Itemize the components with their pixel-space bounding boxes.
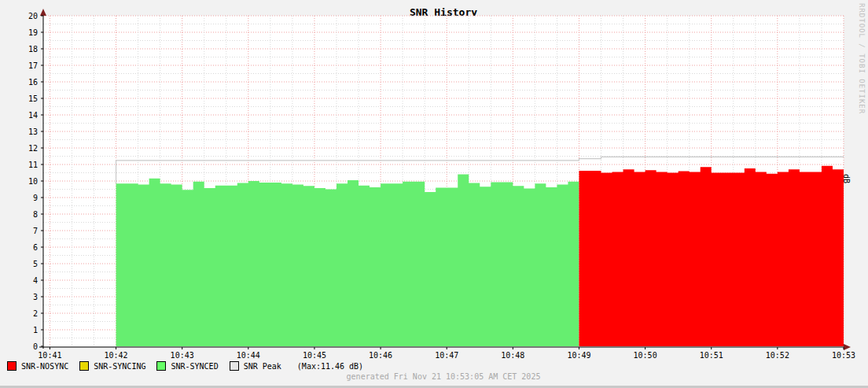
svg-text:10:51: 10:51 [700,351,723,360]
svg-text:10:43: 10:43 [171,351,194,360]
legend-label: SNR-NOSYNC [21,362,68,371]
legend-label: SNR-SYNCING [94,362,145,371]
y-axis-unit-label: dB [842,174,851,183]
svg-text:10:50: 10:50 [634,351,657,360]
svg-text:0: 0 [33,342,38,351]
svg-text:4: 4 [33,276,38,285]
svg-text:10:47: 10:47 [435,351,458,360]
svg-text:13: 13 [28,127,38,136]
svg-text:12: 12 [28,144,38,153]
svg-text:20: 20 [28,12,38,20]
legend-item-snr-syncing: SNR-SYNCING [79,361,145,371]
svg-text:8: 8 [33,210,38,219]
legend-item-snr-peak: SNR Peak [230,361,281,371]
legend-item-snr-synced: SNR-SYNCED [156,361,218,371]
svg-text:3: 3 [33,293,38,301]
svg-text:15: 15 [28,94,38,103]
legend-label: SNR-SYNCED [171,362,218,371]
svg-text:17: 17 [28,61,38,70]
svg-text:1: 1 [33,326,38,334]
svg-text:10:52: 10:52 [766,351,789,360]
svg-text:16: 16 [28,78,38,87]
svg-text:18: 18 [28,45,38,54]
svg-text:19: 19 [28,28,38,37]
generated-timestamp: generated Fri Nov 21 10:53:05 AM CET 202… [43,372,844,381]
legend-swatch-red-icon [7,361,17,371]
svg-text:9: 9 [33,194,38,202]
legend-item-snr-nosync: SNR-NOSYNC [7,361,68,371]
legend-max-note: (Max:11.46 dB) [297,362,363,371]
svg-text:10:53: 10:53 [832,351,855,360]
legend-swatch-yellow-icon [79,361,89,371]
legend-swatch-green-icon [156,361,166,371]
svg-text:5: 5 [33,260,38,268]
svg-text:10:46: 10:46 [369,351,392,360]
legend-swatch-gray-icon [230,361,239,371]
legend-label: SNR Peak [244,362,281,371]
svg-text:10:41: 10:41 [38,351,61,360]
svg-text:10:45: 10:45 [303,351,326,360]
svg-text:10:48: 10:48 [501,351,524,360]
svg-text:11: 11 [28,161,38,169]
svg-text:2: 2 [33,309,38,318]
svg-text:14: 14 [28,111,38,120]
svg-text:10:44: 10:44 [237,351,260,360]
rrdtool-watermark: RRDTOOL / TOBI OETIKER [858,3,866,114]
rrd-graph-window: SNR History 0123456789101112131415161718… [0,0,868,388]
snr-history-chart: 0123456789101112131415161718192010:4110:… [0,0,868,362]
svg-text:6: 6 [33,243,38,252]
chart-legend: SNR-NOSYNC SNR-SYNCING SNR-SYNCED SNR Pe… [7,361,363,371]
svg-text:10: 10 [28,177,38,186]
svg-text:10:42: 10:42 [104,351,127,360]
svg-text:10:49: 10:49 [567,351,590,360]
svg-text:7: 7 [33,227,38,235]
